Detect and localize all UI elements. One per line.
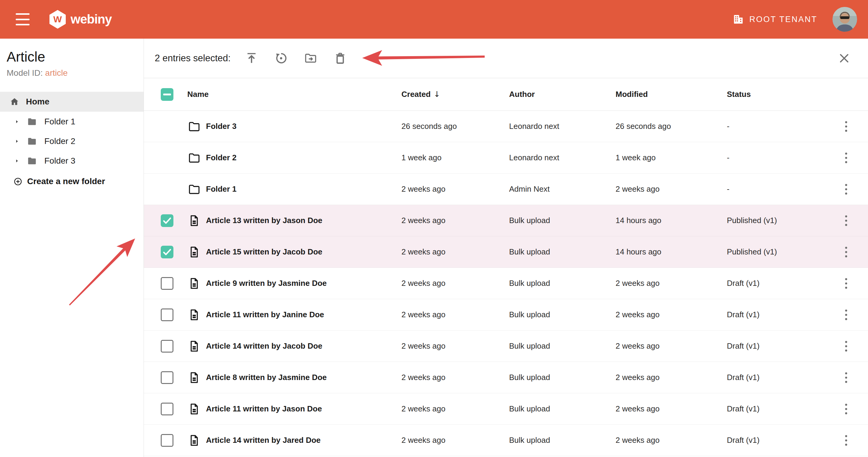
folder-icon: [188, 151, 200, 164]
tenant-switcher[interactable]: ROOT TENANT: [732, 13, 817, 25]
expand-caret[interactable]: [14, 139, 20, 144]
menu-cell: [832, 151, 868, 165]
user-avatar[interactable]: [832, 7, 857, 32]
column-header-created[interactable]: Created↓: [401, 90, 509, 99]
kebab-menu-icon: [841, 246, 851, 259]
modified-cell: 1 week ago: [616, 153, 727, 162]
move-button[interactable]: [304, 51, 318, 65]
check-cell: [144, 340, 187, 352]
author-cell: Bulk upload: [509, 279, 616, 288]
column-header-modified[interactable]: Modified: [616, 90, 727, 99]
row-menu-button[interactable]: [841, 214, 852, 227]
folder-icon: [27, 136, 37, 146]
name-cell[interactable]: Folder 3: [187, 120, 401, 133]
create-folder-button[interactable]: Create a new folder: [0, 173, 144, 190]
model-id: Model ID: article: [7, 68, 144, 78]
menu-cell: [832, 214, 868, 227]
row-name: Article 14 written by Jacob Doe: [206, 341, 322, 351]
delete-button[interactable]: [333, 51, 347, 65]
table-row[interactable]: Article 14 written by Jacob Doe2 weeks a…: [144, 331, 868, 362]
column-header-name[interactable]: Name: [187, 90, 401, 99]
name-cell[interactable]: Article 8 written by Jasmine Doe: [187, 371, 401, 384]
row-checkbox[interactable]: [161, 214, 174, 227]
kebab-menu-icon: [841, 120, 851, 133]
sidebar-folder-item[interactable]: Folder 2: [0, 131, 144, 151]
created-cell: 2 weeks ago: [401, 184, 509, 194]
row-name: Article 14 written by Jared Doe: [206, 435, 320, 445]
expand-caret[interactable]: [14, 158, 20, 164]
table-row[interactable]: Article 11 written by Jason Doe2 weeks a…: [144, 393, 868, 425]
row-menu-button[interactable]: [841, 340, 852, 353]
sidebar-folder-item[interactable]: Folder 3: [0, 151, 144, 171]
table-row[interactable]: Article 13 written by Jason Doe2 weeks a…: [144, 205, 868, 236]
row-checkbox[interactable]: [161, 309, 174, 321]
row-checkbox[interactable]: [161, 403, 174, 415]
created-cell: 2 weeks ago: [401, 341, 509, 351]
row-menu-button[interactable]: [841, 246, 852, 259]
author-cell: Bulk upload: [509, 404, 616, 413]
publish-icon: [245, 52, 258, 65]
menu-button[interactable]: [16, 13, 30, 25]
row-checkbox[interactable]: [161, 246, 174, 258]
row-menu-button[interactable]: [841, 120, 852, 133]
status-cell: -: [727, 184, 832, 194]
menu-cell: [832, 246, 868, 259]
name-cell[interactable]: Article 14 written by Jared Doe: [187, 434, 401, 447]
header-check-cell: [144, 88, 187, 101]
row-menu-button[interactable]: [841, 151, 852, 165]
row-menu-button[interactable]: [841, 182, 852, 196]
sidebar-item-home[interactable]: Home: [0, 92, 144, 112]
name-cell[interactable]: Article 14 written by Jacob Doe: [187, 340, 401, 352]
row-name: Article 15 written by Jacob Doe: [206, 247, 322, 257]
created-cell: 2 weeks ago: [401, 279, 509, 288]
table-row[interactable]: Folder 326 seconds agoLeonardo next26 se…: [144, 111, 868, 142]
column-header-status[interactable]: Status: [727, 90, 832, 99]
column-header-author[interactable]: Author: [509, 90, 616, 99]
created-cell: 2 weeks ago: [401, 435, 509, 445]
row-checkbox[interactable]: [161, 371, 174, 384]
name-cell[interactable]: Folder 2: [187, 151, 401, 164]
expand-caret[interactable]: [14, 119, 20, 124]
modified-cell: 2 weeks ago: [616, 373, 727, 382]
row-menu-button[interactable]: [841, 277, 852, 290]
created-cell: 26 seconds ago: [401, 122, 509, 131]
unpublish-button[interactable]: [274, 51, 288, 65]
status-cell: Draft (v1): [727, 404, 832, 413]
status-cell: Published (v1): [727, 216, 832, 225]
webiny-hexagon-icon: W: [50, 10, 66, 29]
publish-button[interactable]: [245, 51, 258, 65]
close-selection-button[interactable]: [838, 52, 850, 65]
row-menu-button[interactable]: [841, 371, 852, 384]
check-cell: [144, 246, 187, 258]
name-cell[interactable]: Folder 1: [187, 183, 401, 196]
row-checkbox[interactable]: [161, 277, 174, 290]
table-row[interactable]: Article 9 written by Jasmine Doe2 weeks …: [144, 268, 868, 299]
table-row[interactable]: Article 14 written by Jared Doe2 weeks a…: [144, 425, 868, 456]
row-menu-button[interactable]: [841, 308, 852, 321]
menu-cell: [832, 340, 868, 353]
author-cell: Bulk upload: [509, 247, 616, 257]
name-cell[interactable]: Article 15 written by Jacob Doe: [187, 246, 401, 258]
row-checkbox[interactable]: [161, 340, 174, 352]
table-row[interactable]: Folder 21 week agoLeonardo next1 week ag…: [144, 142, 868, 174]
name-cell[interactable]: Article 9 written by Jasmine Doe: [187, 277, 401, 290]
row-menu-button[interactable]: [841, 434, 852, 447]
row-checkbox[interactable]: [161, 434, 174, 447]
model-id-value[interactable]: article: [45, 68, 68, 78]
row-menu-button[interactable]: [841, 402, 852, 416]
select-all-checkbox[interactable]: [161, 88, 174, 101]
table-row[interactable]: Article 11 written by Janine Doe2 weeks …: [144, 299, 868, 331]
name-cell[interactable]: Article 11 written by Jason Doe: [187, 403, 401, 415]
table-row[interactable]: Folder 12 weeks agoAdmin Next2 weeks ago…: [144, 174, 868, 205]
kebab-menu-icon: [841, 371, 851, 384]
table-row[interactable]: Article 8 written by Jasmine Doe2 weeks …: [144, 362, 868, 393]
name-cell[interactable]: Article 13 written by Jason Doe: [187, 214, 401, 227]
create-folder-label: Create a new folder: [27, 177, 105, 186]
main-panel: 2 entries selected:: [144, 39, 868, 457]
sidebar-folder-item[interactable]: Folder 1: [0, 112, 144, 131]
table-row[interactable]: Article 15 written by Jacob Doe2 weeks a…: [144, 236, 868, 268]
webiny-logo[interactable]: W webiny: [50, 10, 112, 29]
author-cell: Bulk upload: [509, 435, 616, 445]
row-name: Article 11 written by Janine Doe: [206, 310, 324, 319]
name-cell[interactable]: Article 11 written by Janine Doe: [187, 309, 401, 321]
